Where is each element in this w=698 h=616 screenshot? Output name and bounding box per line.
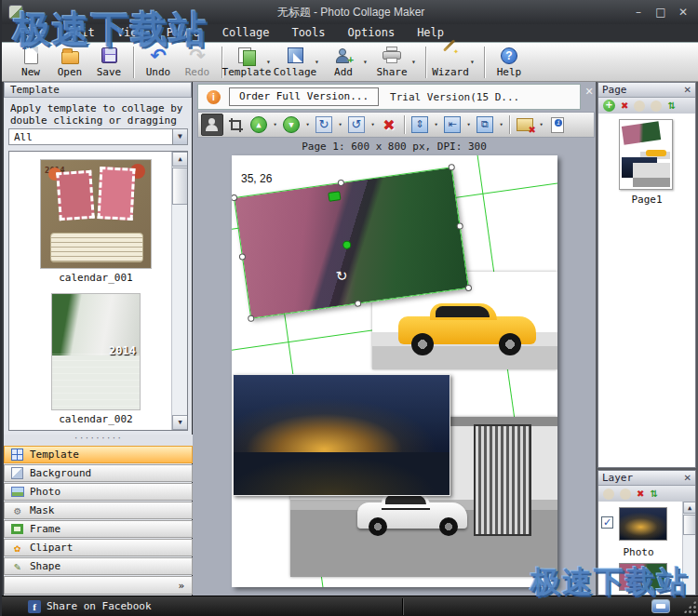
- rotate-cw-dropdown[interactable]: ▾: [336, 121, 344, 128]
- resize-grip[interactable]: [683, 600, 696, 613]
- template-thumbnail-calendar-002[interactable]: 2014: [51, 293, 141, 410]
- crop-button[interactable]: [224, 114, 247, 136]
- scrollbar-thumb[interactable]: [683, 515, 695, 535]
- canvas-area[interactable]: Page 1: 600 x 800 px, DPI: 300: [195, 138, 594, 596]
- rotate-ccw-button[interactable]: ↺: [345, 114, 368, 136]
- chat-bubble-icon[interactable]: [651, 599, 670, 613]
- resize-handle[interactable]: [248, 315, 255, 322]
- category-mask-button[interactable]: ⚙ Mask: [4, 502, 193, 519]
- refresh-layers-icon[interactable]: ⇅: [650, 488, 657, 501]
- template-thumbnail-calendar-001[interactable]: 2014: [40, 159, 152, 269]
- send-to-back-button[interactable]: ⧉: [474, 114, 496, 136]
- align-center-button[interactable]: ⇕: [409, 114, 431, 136]
- menu-photo[interactable]: Photo: [155, 24, 211, 42]
- photo-night-city[interactable]: [233, 374, 450, 496]
- move-up-dropdown[interactable]: ▾: [271, 121, 279, 128]
- layer-down-icon-disabled: [620, 489, 631, 500]
- banner-close-icon[interactable]: ✕: [583, 86, 596, 99]
- panel-splitter[interactable]: ·········: [4, 435, 193, 446]
- align-center-dropdown[interactable]: ▾: [432, 121, 440, 128]
- help-button[interactable]: ? Help: [490, 44, 529, 81]
- share-on-facebook-link[interactable]: Share on Facebook: [47, 600, 152, 612]
- delete-page-icon[interactable]: ✖: [621, 100, 628, 113]
- send-to-back-dropdown[interactable]: ▾: [497, 121, 505, 128]
- more-categories-button[interactable]: »: [4, 576, 193, 595]
- template-item[interactable]: 2014 calendar_001: [26, 159, 166, 284]
- open-button[interactable]: Open: [50, 44, 89, 81]
- menu-view[interactable]: View: [106, 24, 155, 42]
- rotation-handle[interactable]: [328, 191, 341, 202]
- resize-handle[interactable]: [456, 222, 463, 230]
- category-photo-button[interactable]: Photo: [4, 483, 193, 501]
- properties-button[interactable]: [546, 114, 569, 136]
- scroll-down-icon[interactable]: ▼: [172, 415, 188, 430]
- resize-handle[interactable]: [337, 179, 344, 186]
- wizard-button[interactable]: ✦ Wizard: [431, 44, 470, 81]
- right-column: Page ✕ + ✖ ⇅ Page1 Layer ✕: [596, 82, 698, 596]
- close-button[interactable]: ✕: [676, 6, 691, 19]
- menu-tools[interactable]: Tools: [280, 24, 336, 42]
- collage-page[interactable]: ↻ 35, 26: [232, 155, 557, 587]
- page-panel-close-icon[interactable]: ✕: [684, 85, 691, 95]
- add-page-icon[interactable]: +: [603, 100, 615, 112]
- center-handle[interactable]: [342, 240, 352, 249]
- move-down-dropdown[interactable]: ▾: [303, 121, 312, 128]
- add-button[interactable]: + Add: [324, 44, 363, 81]
- category-clipart-button[interactable]: ✿ Clipart: [4, 539, 193, 556]
- move-down-button[interactable]: ▼: [280, 114, 302, 136]
- menu-collage[interactable]: Collage: [211, 24, 281, 42]
- remove-image-button[interactable]: [514, 114, 536, 136]
- new-button[interactable]: New: [11, 44, 50, 81]
- remove-image-dropdown[interactable]: ▾: [537, 121, 545, 128]
- rotate-ccw-dropdown[interactable]: ▾: [369, 121, 377, 128]
- resize-handle[interactable]: [238, 253, 246, 261]
- chevrons-right-icon: »: [178, 580, 184, 592]
- layer-visibility-checkbox[interactable]: ✓: [601, 516, 613, 529]
- category-template-button[interactable]: Template: [4, 446, 193, 463]
- template-filter-select[interactable]: All ▼: [8, 128, 188, 145]
- layer-panel-close-icon[interactable]: ✕: [684, 473, 691, 483]
- scroll-up-icon[interactable]: ▲: [683, 502, 695, 514]
- page-thumbnail[interactable]: [619, 119, 673, 190]
- save-button[interactable]: Save: [89, 44, 128, 81]
- scroll-up-icon[interactable]: ▲: [172, 152, 188, 167]
- window-title: 无标题 - Photo Collage Maker: [2, 0, 698, 24]
- minimize-button[interactable]: –: [631, 6, 646, 19]
- category-frame-button[interactable]: Frame: [4, 520, 193, 538]
- template-item[interactable]: 2014 calendar_002: [26, 293, 166, 425]
- menu-options[interactable]: Options: [337, 24, 407, 42]
- collage-dropdown[interactable]: ▾: [315, 44, 324, 81]
- delete-button[interactable]: ✖: [378, 114, 400, 136]
- select-tool-button[interactable]: [201, 114, 223, 136]
- layer-thumbnail[interactable]: [619, 507, 667, 541]
- layer-list-scrollbar[interactable]: ▲: [682, 502, 695, 595]
- template-list-scrollbar[interactable]: ▲ ▼: [171, 152, 187, 430]
- maximize-button[interactable]: □: [653, 6, 668, 19]
- scrollbar-thumb[interactable]: [172, 167, 188, 205]
- wizard-dropdown[interactable]: ▾: [470, 44, 479, 81]
- delete-layer-icon[interactable]: ✖: [637, 488, 644, 501]
- share-button[interactable]: Share: [372, 44, 411, 81]
- resize-handle[interactable]: [355, 300, 362, 307]
- undo-button[interactable]: ↶ Undo: [139, 44, 178, 81]
- menu-edit[interactable]: Edit: [57, 24, 106, 42]
- layer-thumbnail-partial[interactable]: [619, 563, 667, 591]
- add-dropdown[interactable]: ▾: [363, 44, 372, 81]
- chevron-down-icon[interactable]: ▼: [172, 129, 187, 144]
- remove-image-icon: [517, 118, 533, 131]
- resize-handle[interactable]: [232, 194, 237, 202]
- menu-file[interactable]: File: [7, 24, 57, 42]
- category-background-button[interactable]: Background: [4, 464, 193, 482]
- menu-help[interactable]: Help: [406, 24, 455, 42]
- refresh-pages-icon[interactable]: ⇅: [667, 100, 675, 113]
- align-left-button[interactable]: ⇤: [441, 114, 463, 136]
- align-left-dropdown[interactable]: ▾: [464, 121, 473, 128]
- move-up-button[interactable]: ▲: [248, 114, 270, 136]
- template-button[interactable]: Template: [227, 44, 266, 81]
- resize-handle[interactable]: [448, 164, 455, 171]
- rotate-cw-button[interactable]: ↻: [313, 114, 335, 136]
- collage-button[interactable]: Collage: [275, 44, 315, 81]
- category-shape-button[interactable]: ✎ Shape: [4, 557, 193, 575]
- order-full-version-button[interactable]: Order Full Version...: [229, 87, 379, 106]
- share-dropdown[interactable]: ▾: [411, 44, 421, 81]
